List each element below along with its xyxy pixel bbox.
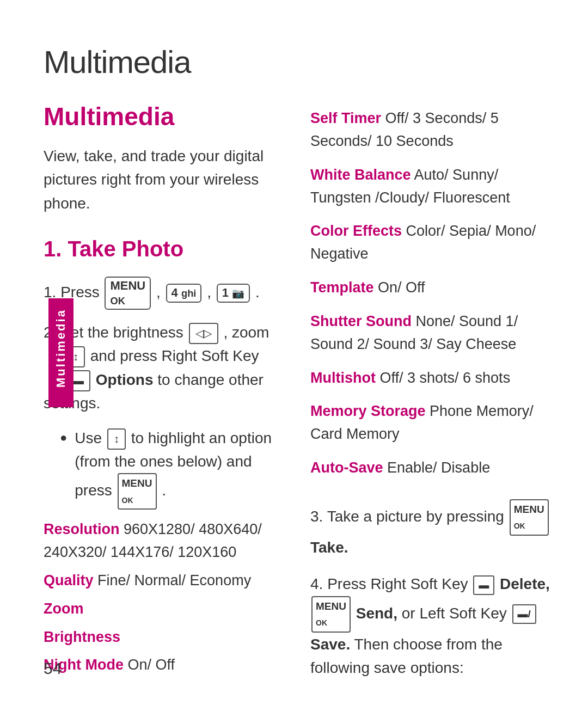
auto-save-label: Auto-Save xyxy=(310,459,383,476)
menu-ok-icon-1: MENUOK xyxy=(105,277,151,310)
step4-send: Send, xyxy=(356,604,397,621)
step-3: 3. Take a picture by pressing MENUOK Tak… xyxy=(310,499,555,559)
multishot-values: Off/ 3 shots/ 6 shots xyxy=(380,370,511,386)
brightness-block: Brightness xyxy=(44,626,289,649)
memory-storage-block: Memory Storage Phone Memory/ Card Memory xyxy=(310,400,555,446)
step4-or: or Left Soft Key xyxy=(402,604,511,621)
step-4: 4. Press Right Soft Key ▬ Delete, MENUOK… xyxy=(310,572,555,679)
memory-storage-label: Memory Storage xyxy=(310,403,426,419)
nightmode-block: Night Mode On/ Off xyxy=(44,654,289,677)
zoom-label: Zoom xyxy=(44,600,84,617)
sidebar-tab: Multimedia xyxy=(48,298,74,407)
auto-save-block: Auto-Save Enable/ Disable xyxy=(310,457,555,480)
template-label: Template xyxy=(310,279,374,296)
left-soft-key-icon: ▬/ xyxy=(512,604,536,623)
page-footer: 54 xyxy=(44,659,62,678)
step4-save: Save. xyxy=(310,636,350,653)
quality-block: Quality Fine/ Normal/ Economy xyxy=(44,569,289,592)
step-1: 1. Press MENUOK , 4 ghi , 1 📷 . xyxy=(44,277,289,310)
resolution-label: Resolution xyxy=(44,521,120,537)
left-column: Multimedia View, take, and trade your di… xyxy=(44,102,289,682)
main-content: Multimedia View, take, and trade your di… xyxy=(0,102,588,682)
auto-save-values: Enable/ Disable xyxy=(387,459,490,476)
template-block: Template On/ Off xyxy=(310,277,555,299)
section-title: Multimedia xyxy=(44,102,289,131)
page-container: Multimedia Multimedia View, take, and tr… xyxy=(0,0,588,705)
key-1-icon: 1 📷 xyxy=(217,284,250,302)
menu-ok-icon-3: MENUOK xyxy=(510,499,549,536)
multishot-label: Multishot xyxy=(310,370,376,386)
color-effects-label: Color Effects xyxy=(310,223,402,239)
self-timer-label: Self Timer xyxy=(310,110,381,126)
step1-period: . xyxy=(255,284,260,301)
page-title: Multimedia xyxy=(44,44,555,80)
quality-label: Quality xyxy=(44,572,94,588)
resolution-block: Resolution 960X1280/ 480X640/ 240X320/ 1… xyxy=(44,518,289,564)
self-timer-block: Self Timer Off/ 3 Seconds/ 5 Seconds/ 10… xyxy=(310,107,555,153)
menu-ok-icon-4: MENUOK xyxy=(311,596,351,633)
sidebar-label: Multimedia xyxy=(54,309,68,388)
color-effects-block: Color Effects Color/ Sepia/ Mono/ Negati… xyxy=(310,220,555,266)
step4-text: 4. Press Right Soft Key xyxy=(310,575,472,592)
step2-options-label: Options xyxy=(96,371,154,388)
bullet-item: ● Use ↕ to highlight an option (from the… xyxy=(60,426,289,510)
step1-comma2: , xyxy=(207,284,216,301)
step2-options-wrap: ▬ Options to change other settings. xyxy=(44,371,264,412)
step1-comma1: , xyxy=(156,284,165,301)
step3-prefix: 3. Take a picture by pressing xyxy=(310,508,509,525)
shutter-sound-block: Shutter Sound None/ Sound 1/ Sound 2/ So… xyxy=(310,310,555,356)
step2-and: and press Right Soft Key xyxy=(90,347,259,364)
page-number: 54 xyxy=(44,659,62,677)
step4-delete: Delete, xyxy=(500,575,550,592)
bullet-text: Use ↕ to highlight an option (from the o… xyxy=(75,426,289,510)
bullet-dot: ● xyxy=(60,428,67,447)
page-header: Multimedia xyxy=(0,33,588,102)
white-balance-block: White Balance Auto/ Sunny/ Tungsten /Clo… xyxy=(310,164,555,210)
sidebar-tab-wrapper: Multimedia xyxy=(7,340,115,365)
multishot-block: Multishot Off/ 3 shots/ 6 shots xyxy=(310,367,555,390)
key-4ghi-icon: 4 ghi xyxy=(166,284,202,302)
brightness-label: Brightness xyxy=(44,629,120,645)
menu-ok-icon-2: MENUOK xyxy=(118,473,157,510)
shutter-sound-label: Shutter Sound xyxy=(310,313,412,329)
right-soft-key-icon-2: ▬ xyxy=(473,575,494,594)
quality-values: Fine/ Normal/ Economy xyxy=(97,572,251,588)
subsection-title: 1. Take Photo xyxy=(44,237,289,261)
intro-text: View, take, and trade your digital pictu… xyxy=(44,144,289,215)
brightness-nav-icon: ◁▷ xyxy=(189,323,218,344)
white-balance-label: White Balance xyxy=(310,167,411,183)
template-values: On/ Off xyxy=(378,279,425,296)
zoom-block: Zoom xyxy=(44,598,289,621)
step2-zoom: , zoom xyxy=(223,324,269,341)
step3-take: Take. xyxy=(310,539,348,556)
nav-icon: ↕ xyxy=(107,428,126,450)
nightmode-values: On/ Off xyxy=(128,657,175,673)
right-column: Self Timer Off/ 3 Seconds/ 5 Seconds/ 10… xyxy=(310,102,555,682)
step-2: 2. Set the brightness ◁▷ , zoom ↕ and pr… xyxy=(44,321,289,415)
